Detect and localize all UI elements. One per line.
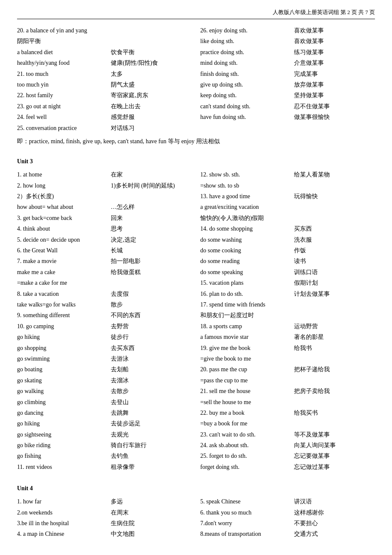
entry-chinese: 多远 xyxy=(111,497,192,506)
list-item: 24. ask sb.about sth.向某人询问某事 xyxy=(200,441,375,450)
entry-chinese: 长城 xyxy=(111,246,192,255)
list-item: =buy a book for me xyxy=(200,419,375,428)
entry-chinese: 生病住院 xyxy=(111,519,192,528)
entry-chinese: 去钓鱼 xyxy=(111,451,192,461)
list-item: do some washing洗衣服 xyxy=(200,235,375,245)
entry-chinese: 去观光 xyxy=(111,430,192,439)
unit3-left-col: 1. at home在家2. how long1)多长时间 (时间的延续)2）多… xyxy=(17,170,196,473)
list-item: 15. vacation plans假期计划 xyxy=(200,278,375,288)
entry-chinese: 健康(阴性/阳性)食 xyxy=(111,58,192,68)
list-item: 11. rent videos租录像带 xyxy=(17,462,192,472)
list-item: 20. pass me the cup把杯子递给我 xyxy=(200,365,375,374)
list-item: 4. a map in Chinese中文地图 xyxy=(17,529,192,539)
entry-english: go sightseeing xyxy=(17,430,111,439)
list-item: 8. take a vacation去度假 xyxy=(17,289,192,299)
entry-english: go skating xyxy=(17,376,111,385)
entry-chinese: 坚持做某事 xyxy=(294,91,375,100)
entry-english: 23. can't wait to do sth. xyxy=(200,430,294,439)
entry-english: take walks=go for walks xyxy=(17,300,111,309)
list-item: go hiking徒步行 xyxy=(17,332,192,342)
entry-english: give up doing sth. xyxy=(200,80,294,90)
entry-english: go walking xyxy=(17,387,111,396)
header-text: 人教版八年级上册英语词组 第 2 页 共 7 页 xyxy=(273,9,375,15)
entry-chinese: 去徒步远足 xyxy=(111,419,192,428)
entry-english: make me a cake xyxy=(17,268,111,277)
entry-english: 19. give me the book xyxy=(200,344,294,353)
entry-chinese: 去划船 xyxy=(111,365,192,374)
entry-english: go shopping xyxy=(17,344,111,353)
entry-chinese: 去跳舞 xyxy=(111,408,192,418)
list-item: keep doing sth.坚持做某事 xyxy=(200,91,375,100)
list-item: 2.on weekends在周末 xyxy=(17,508,192,517)
list-item: 23. can't wait to do sth.等不及做某事 xyxy=(200,430,375,439)
entry-chinese: 忘记要做某事 xyxy=(294,451,375,461)
list-item: 愉快的(令人激动的)假期 xyxy=(200,214,375,223)
entry-english: do some reading xyxy=(200,257,294,266)
entry-english: 14. do some shopping xyxy=(200,224,294,234)
list-item: 17. spend time with friends xyxy=(200,300,375,309)
list-item: go hiking去徒步远足 xyxy=(17,419,192,428)
entry-chinese: 去买东西 xyxy=(111,344,192,353)
entry-english: how about= what about xyxy=(17,202,111,212)
entry-english: 21. sell me the house xyxy=(200,387,294,396)
entry-chinese: 洗衣服 xyxy=(294,235,375,245)
list-item: how about= what about…怎么样 xyxy=(17,202,192,212)
entry-english: 8. take a vacation xyxy=(17,289,111,299)
entry-chinese: 1)多长时间 (时间的延续) xyxy=(111,181,192,191)
entry-chinese: 给某人看某物 xyxy=(294,170,375,179)
entry-chinese: 喜欢做某事 xyxy=(294,26,375,35)
entry-chinese: 去散步 xyxy=(111,387,192,396)
list-item: 4. think about思考 xyxy=(17,224,192,234)
entry-english: practice doing sth. xyxy=(200,48,294,57)
entry-chinese: 等不及做某事 xyxy=(294,430,375,439)
entry-chinese: 介意做某事 xyxy=(294,58,375,68)
list-item: go climbing去登山 xyxy=(17,398,192,407)
entry-chinese: 寄宿家庭,房东 xyxy=(111,91,192,100)
list-item: 9. something different不同的东西 xyxy=(17,311,192,320)
entry-chinese: 在周末 xyxy=(111,508,192,517)
entry-english: do some cooking xyxy=(200,246,294,255)
list-item: 13. have a good time玩得愉快 xyxy=(200,192,375,201)
list-item: 22. host family寄宿家庭,房东 xyxy=(17,91,192,100)
entry-chinese: 租录像带 xyxy=(111,462,192,472)
entry-english: can't stand doing sth. xyxy=(200,102,294,111)
entry-english: go hiking xyxy=(17,419,111,428)
entry-english: 20. pass me the cup xyxy=(200,365,294,374)
list-item: =make a cake for me xyxy=(17,278,192,288)
list-item: 23. go out at night在晚上出去 xyxy=(17,102,192,111)
entry-english: 23. go out at night xyxy=(17,102,111,111)
entry-chinese: 放弃做某事 xyxy=(294,80,375,90)
list-item: 2. how long1)多长时间 (时间的延续) xyxy=(17,181,192,191)
list-item: 24. feel well感觉舒服 xyxy=(17,113,192,122)
list-item: go dancing去跳舞 xyxy=(17,408,192,418)
list-item: 6. thank you so much这样感谢你 xyxy=(200,508,375,517)
entry-english: 3. get back=come back xyxy=(17,214,111,223)
entry-chinese: 去游泳 xyxy=(111,354,192,364)
list-item: finish doing sth.完成某事 xyxy=(200,69,375,79)
entry-chinese: 饮食平衡 xyxy=(111,48,192,57)
list-item: go sightseeing去观光 xyxy=(17,430,192,439)
list-item: forget doing sth.忘记做过某事 xyxy=(200,462,375,472)
entry-english: forget doing sth. xyxy=(200,462,294,472)
entry-chinese: 骑自行车旅行 xyxy=(111,441,192,450)
entry-english: keep doing sth. xyxy=(200,91,294,100)
page-header: 人教版八年级上册英语词组 第 2 页 共 7 页 xyxy=(17,9,375,19)
entry-english: 12. show sb. sth. xyxy=(200,170,294,179)
entry-chinese: 给我做蛋糕 xyxy=(111,268,192,277)
list-item: go walking去散步 xyxy=(17,387,192,396)
list-item: practice doing sth.练习做某事 xyxy=(200,48,375,57)
list-item: go shopping去买东西 xyxy=(17,344,192,353)
list-item: 和朋友们一起度过时 xyxy=(200,311,375,320)
entry-english: finish doing sth. xyxy=(200,69,294,79)
list-item: 3.be ill in the hospital生病住院 xyxy=(17,519,192,528)
unit2-right-col: 26. enjoy doing sth.喜欢做某事like doing sth.… xyxy=(196,26,375,134)
list-item: have fun doing sth.做某事很愉快 xyxy=(200,113,375,122)
list-item: 2）多长(长度) xyxy=(17,192,192,201)
list-item: a balanced diet饮食平衡 xyxy=(17,48,192,57)
list-item: do some speaking训练口语 xyxy=(200,268,375,277)
list-item: 19. give me the book给我书 xyxy=(200,344,375,353)
entry-chinese: 给我买书 xyxy=(294,408,375,418)
list-item: 1. at home在家 xyxy=(17,170,192,179)
entry-chinese: 在家 xyxy=(111,170,192,179)
list-item: 1. how far多远 xyxy=(17,497,192,506)
